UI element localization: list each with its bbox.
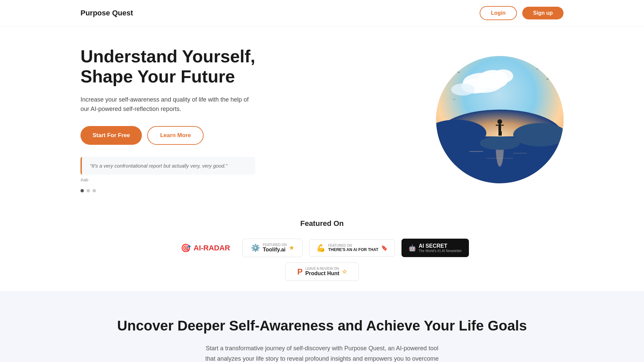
ai-secret-name: AI SECRET xyxy=(419,243,447,249)
featured-section: Featured On 🎯 AI-RADAR ⚙️ FEATURED ON To… xyxy=(0,206,644,291)
product-hunt-name: Product Hunt xyxy=(305,270,339,277)
thereisai-bookmark-icon: 🔖 xyxy=(381,245,388,251)
svg-rect-15 xyxy=(496,125,498,126)
product-hunt-logo[interactable]: P LEAVE A REVIEW ON Product Hunt ☆ xyxy=(285,262,359,281)
hero-title: Understand Yourself, Shape Your Future xyxy=(80,47,255,87)
site-logo: Purpose Quest xyxy=(80,9,133,17)
hero-image xyxy=(436,56,564,183)
ai-radar-icon: 🎯 xyxy=(181,243,191,253)
ai-secret-logo[interactable]: 🤖 AI SECRET The World's #1 AI Newsletter xyxy=(401,239,469,257)
thereisai-logo[interactable]: 💪 FEATURED ON THERE'S AN AI FOR THAT 🔖 xyxy=(309,239,395,257)
bottom-subtitle: Start a transformative journey of self-d… xyxy=(205,343,439,362)
thereisai-name: THERE'S AN AI FOR THAT xyxy=(328,247,378,252)
product-hunt-row: P LEAVE A REVIEW ON Product Hunt ☆ xyxy=(80,262,564,281)
svg-point-12 xyxy=(480,136,520,150)
signup-button[interactable]: Sign up xyxy=(522,7,564,19)
svg-point-6 xyxy=(451,83,475,96)
hero-buttons: Start For Free Learn More xyxy=(80,126,255,145)
product-hunt-icon: P xyxy=(297,267,303,277)
ai-secret-icon: 🤖 xyxy=(409,244,416,252)
product-hunt-star-icon: ☆ xyxy=(342,268,347,275)
svg-rect-14 xyxy=(498,124,501,131)
toolify-star-icon: ★ xyxy=(289,245,294,251)
nav-actions: Login Sign up xyxy=(480,6,564,20)
testimonial-text: "It's a very confrontational report but … xyxy=(90,163,247,169)
hero-section: Understand Yourself, Shape Your Future I… xyxy=(0,26,644,206)
featured-logos-row: 🎯 AI-RADAR ⚙️ FEATURED ON Toolify.ai ★ 💪… xyxy=(80,239,564,257)
toolify-logo[interactable]: ⚙️ FEATURED ON Toolify.ai ★ xyxy=(242,239,303,257)
start-for-free-button[interactable]: Start For Free xyxy=(80,126,142,145)
ai-secret-label: The World's #1 AI Newsletter xyxy=(419,249,462,253)
svg-rect-18 xyxy=(500,131,502,136)
dot-2[interactable] xyxy=(87,189,90,192)
login-button[interactable]: Login xyxy=(480,6,517,20)
ai-radar-logo[interactable]: 🎯 AI-RADAR xyxy=(175,243,235,253)
carousel-dots xyxy=(80,189,255,192)
learn-more-button[interactable]: Learn More xyxy=(147,126,204,145)
thereisai-icon: 💪 xyxy=(316,244,325,252)
toolify-label: FEATURED ON xyxy=(263,243,286,247)
dot-1[interactable] xyxy=(80,189,84,192)
bottom-section: Uncover Deeper Self-Awareness and Achiev… xyxy=(0,291,644,362)
svg-point-5 xyxy=(493,69,513,83)
featured-title: Featured On xyxy=(80,219,564,228)
toolify-gear-icon: ⚙️ xyxy=(251,244,260,252)
testimonial-box: "It's a very confrontational report but … xyxy=(80,157,255,175)
toolify-name: Toolify.ai xyxy=(263,247,285,253)
svg-rect-16 xyxy=(501,125,504,126)
hero-subtitle: Increase your self-awareness and quality… xyxy=(80,95,255,114)
hero-content: Understand Yourself, Shape Your Future I… xyxy=(80,47,255,192)
dot-3[interactable] xyxy=(93,189,96,192)
svg-rect-17 xyxy=(498,131,500,136)
testimonial-author: Aab xyxy=(80,177,255,182)
thereisai-label: FEATURED ON xyxy=(328,244,352,247)
product-hunt-label: LEAVE A REVIEW ON xyxy=(305,267,339,270)
svg-point-13 xyxy=(497,119,502,124)
bottom-title: Uncover Deeper Self-Awareness and Achiev… xyxy=(80,318,564,334)
